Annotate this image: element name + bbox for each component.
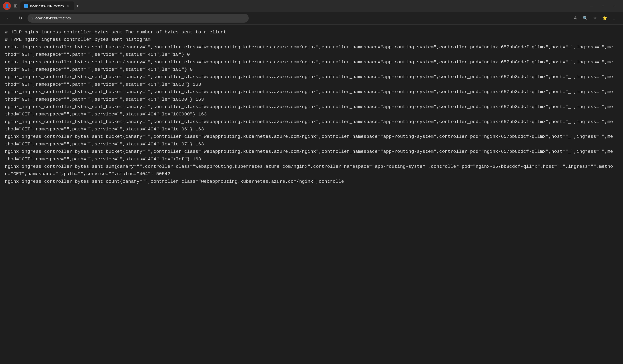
profile-avatar[interactable]: 👤 — [3, 2, 11, 10]
close-button[interactable]: ✕ — [609, 0, 620, 12]
address-actions: 𝔸 🔍 ☆ ⭐ … — [571, 14, 619, 22]
tab-bar: 🌐 localhost:43307/metrics × + — [21, 1, 583, 10]
refresh-button[interactable]: ↻ — [16, 14, 24, 22]
address-text: localhost:43307/metrics — [35, 16, 245, 20]
tab-label: localhost:43307/metrics — [30, 4, 64, 8]
window-controls: — □ ✕ — [586, 0, 620, 12]
favorites-button[interactable]: ☆ — [591, 14, 600, 22]
avatar-icon: 👤 — [5, 4, 9, 8]
metrics-content: # HELP nginx_ingress_controller_bytes_se… — [5, 28, 618, 360]
info-icon: ℹ — [31, 16, 33, 20]
active-tab[interactable]: 🌐 localhost:43307/metrics × — [21, 1, 74, 10]
address-input-container[interactable]: ℹ localhost:43307/metrics — [27, 14, 249, 22]
layout-icon[interactable]: ⊞ — [14, 3, 18, 9]
minimize-button[interactable]: — — [586, 0, 598, 12]
maximize-button[interactable]: □ — [598, 0, 609, 12]
content-area: # HELP nginx_ingress_controller_bytes_se… — [0, 24, 623, 364]
zoom-button[interactable]: 🔍 — [581, 14, 590, 22]
more-button[interactable]: … — [610, 14, 619, 22]
title-bar: 👤 ⊞ 🌐 localhost:43307/metrics × + — □ ✕ — [0, 0, 623, 12]
tab-favicon: 🌐 — [24, 4, 28, 8]
reader-mode-button[interactable]: 𝔸 — [571, 14, 580, 22]
address-bar: ← ↻ ℹ localhost:43307/metrics 𝔸 🔍 ☆ ⭐ … — [0, 12, 623, 24]
collections-button[interactable]: ⭐ — [601, 14, 609, 22]
new-tab-button[interactable]: + — [74, 3, 81, 9]
tab-close-button[interactable]: × — [66, 4, 70, 8]
back-button[interactable]: ← — [4, 14, 13, 22]
